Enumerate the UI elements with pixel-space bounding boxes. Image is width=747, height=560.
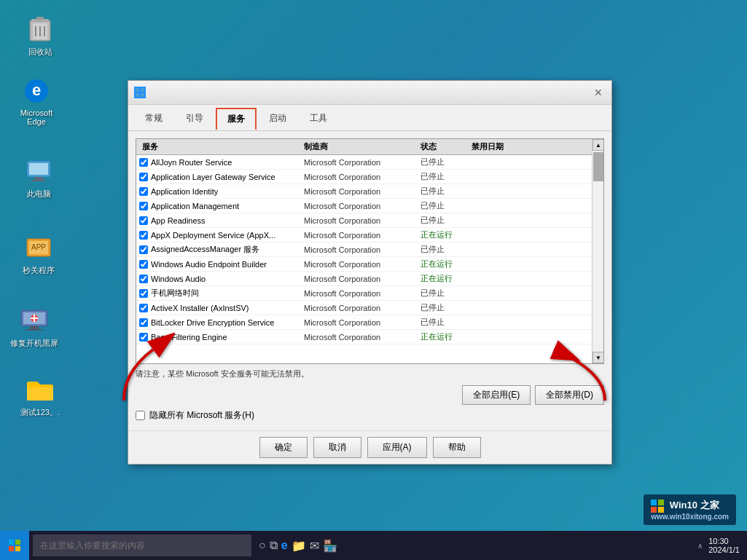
service-checkbox[interactable] [139, 216, 148, 225]
svg-rect-29 [651, 500, 657, 505]
svg-rect-24 [141, 88, 144, 92]
service-name: Application Layer Gateway Service [151, 173, 275, 181]
service-vendor: Microsoft Corporation [304, 318, 421, 327]
cortana-icon[interactable]: ○ [259, 539, 266, 553]
tab-general[interactable]: 常规 [134, 108, 173, 130]
service-vendor: Microsoft Corporation [304, 333, 421, 342]
service-checkbox[interactable] [139, 289, 148, 298]
folder-label: 测试123。. [15, 407, 66, 418]
scrollbar[interactable]: ▲ ▼ [592, 139, 603, 363]
repair-icon[interactable]: 修复开机黑屏 [9, 306, 60, 349]
service-name: AllJoyn Router Service [151, 158, 232, 167]
tab-boot[interactable]: 引导 [175, 108, 214, 130]
hide-ms-label: 隐藏所有 Microsoft 服务(H) [149, 409, 254, 422]
repair-label: 修复开机黑屏 [9, 338, 60, 349]
service-name: 手机网络时间 [151, 288, 199, 299]
tab-startup[interactable]: 启动 [258, 108, 297, 130]
tab-tools[interactable]: 工具 [299, 108, 338, 130]
recycle-bin-icon[interactable]: 回收站 [15, 15, 66, 58]
service-name: App Readiness [151, 216, 206, 225]
taskbar-right: ∧ 10:302024/1/1 [697, 537, 747, 554]
service-vendor: Microsoft Corporation [304, 245, 421, 254]
service-name: Application Identity [151, 187, 218, 196]
start-button[interactable] [0, 531, 29, 560]
svg-rect-6 [36, 17, 44, 20]
service-checkbox[interactable] [139, 231, 148, 240]
svg-rect-36 [15, 546, 20, 551]
edge-icon[interactable]: e MicrosoftEdge [11, 76, 62, 126]
recycle-bin-label: 回收站 [15, 47, 66, 58]
cancel-button[interactable]: 取消 [313, 437, 361, 458]
service-checkbox[interactable] [139, 304, 148, 312]
svg-rect-31 [651, 507, 657, 513]
svg-rect-25 [136, 93, 139, 97]
scroll-up[interactable]: ▲ [592, 139, 604, 151]
ok-button[interactable]: 确定 [259, 437, 308, 458]
service-row: BitLocker Drive Encryption Service Micro… [136, 315, 603, 330]
service-status: 已停止 [421, 186, 472, 197]
hide-ms-row: 隐藏所有 Microsoft 服务(H) [136, 408, 604, 423]
service-row: AllJoyn Router Service Microsoft Corpora… [136, 155, 603, 170]
service-status: 正在运行 [421, 259, 472, 269]
tabs-container: 常规 引导 服务 启动 工具 [128, 105, 611, 131]
services-header: 服务 制造商 状态 禁用日期 [136, 139, 603, 155]
mail-taskbar-icon[interactable]: ✉ [310, 539, 319, 553]
service-row: Application Layer Gateway Service Micros… [136, 170, 603, 184]
service-vendor: Microsoft Corporation [304, 304, 421, 312]
svg-rect-33 [9, 540, 14, 545]
enable-disable-row: 全部启用(E) 全部禁用(D) [136, 382, 604, 408]
screenshot-icon[interactable]: APP 秒关程序 [13, 233, 64, 276]
desktop: 回收站 e MicrosoftEdge 此电脑 APP [0, 0, 747, 560]
service-checkbox[interactable] [139, 173, 148, 181]
service-vendor: Microsoft Corporation [304, 260, 421, 269]
screenshot-label: 秒关程序 [13, 265, 64, 276]
service-checkbox[interactable] [139, 318, 148, 327]
scroll-down[interactable]: ▼ [592, 352, 604, 363]
scroll-thumb[interactable] [593, 152, 603, 181]
dialog-content: 服务 制造商 状态 禁用日期 AllJoyn Router Service Mi… [128, 131, 611, 430]
task-view-icon[interactable]: ⧉ [270, 539, 278, 553]
folder-icon[interactable]: 测试123。. [15, 375, 66, 418]
close-button[interactable]: ✕ [591, 85, 606, 100]
service-checkbox[interactable] [139, 260, 148, 269]
dialog-titlebar: ✕ [128, 81, 611, 105]
service-vendor: Microsoft Corporation [304, 231, 421, 240]
service-name: Base Filtering Engine [151, 333, 227, 342]
enable-all-button[interactable]: 全部启用(E) [462, 385, 531, 405]
note-text: 请注意，某些 Microsoft 安全服务可能无法禁用。 [136, 364, 604, 382]
services-table: 服务 制造商 状态 禁用日期 AllJoyn Router Service Mi… [136, 138, 604, 364]
service-row: ActiveX Installer (AxInstSV) Microsoft C… [136, 301, 603, 315]
svg-rect-35 [9, 546, 14, 551]
service-name: ActiveX Installer (AxInstSV) [151, 304, 249, 312]
my-computer-icon[interactable]: 此电脑 [13, 157, 64, 200]
services-list: AllJoyn Router Service Microsoft Corpora… [136, 155, 603, 359]
apply-button[interactable]: 应用(A) [367, 437, 427, 458]
service-row: Windows Audio Microsoft Corporation 正在运行 [136, 272, 603, 286]
service-checkbox[interactable] [139, 187, 148, 196]
tab-services[interactable]: 服务 [216, 108, 257, 130]
svg-text:APP: APP [31, 243, 46, 251]
svg-rect-23 [136, 88, 139, 92]
svg-rect-12 [31, 180, 46, 181]
system-config-dialog: ✕ 常规 引导 服务 启动 工具 服务 制造商 状态 禁用日期 [128, 80, 612, 465]
folder-taskbar-icon[interactable]: 📁 [292, 539, 306, 553]
service-status: 已停止 [421, 244, 472, 255]
disable-all-button[interactable]: 全部禁用(D) [535, 385, 604, 405]
service-checkbox[interactable] [139, 333, 148, 342]
help-button[interactable]: 帮助 [433, 437, 481, 458]
search-input[interactable] [33, 535, 251, 556]
service-checkbox[interactable] [139, 245, 148, 254]
service-status: 已停止 [421, 171, 472, 182]
taskbar: ○ ⧉ e 📁 ✉ 🏪 ∧ 10:302024/1/1 [0, 531, 747, 560]
service-checkbox[interactable] [139, 158, 148, 167]
dialog-footer: 确定 取消 应用(A) 帮助 [128, 430, 611, 464]
service-checkbox[interactable] [139, 275, 148, 283]
service-vendor: Microsoft Corporation [304, 275, 421, 283]
service-row: AppX Deployment Service (AppX... Microso… [136, 228, 603, 242]
service-name: BitLocker Drive Encryption Service [151, 318, 274, 327]
service-checkbox[interactable] [139, 202, 148, 210]
edge-taskbar-icon[interactable]: e [281, 539, 288, 553]
header-service: 服务 [136, 141, 304, 152]
hide-ms-checkbox[interactable] [136, 411, 145, 420]
store-taskbar-icon[interactable]: 🏪 [323, 539, 337, 553]
